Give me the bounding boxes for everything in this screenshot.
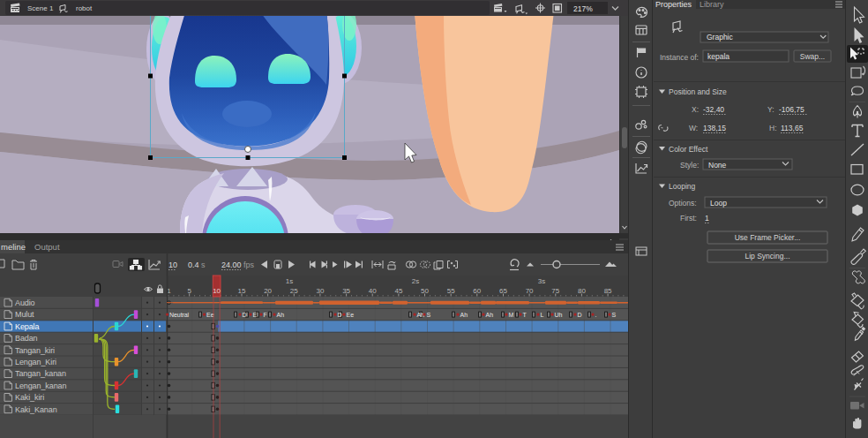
svg-text:Uh: Uh	[555, 312, 563, 318]
svg-text:F: F	[264, 312, 267, 318]
svg-text:113,65: 113,65	[781, 124, 804, 132]
svg-text:Output: Output	[34, 242, 60, 252]
svg-text:3s: 3s	[538, 277, 545, 285]
svg-text:138,15: 138,15	[703, 124, 726, 132]
svg-text:217%: 217%	[573, 4, 593, 13]
svg-text:1: 1	[705, 214, 709, 223]
svg-text:-106,75: -106,75	[779, 105, 804, 114]
svg-text:M: M	[509, 312, 514, 318]
svg-text:E: E	[253, 312, 258, 318]
svg-text:Lengan_Kiri: Lengan_Kiri	[15, 358, 56, 366]
svg-text:S: S	[427, 312, 431, 318]
svg-text:L: L	[541, 312, 544, 318]
svg-text:X:: X:	[692, 105, 699, 114]
svg-text:Mulut: Mulut	[15, 310, 34, 319]
svg-text:S: S	[612, 312, 617, 318]
svg-text:Lip Syncing...: Lip Syncing...	[745, 252, 789, 261]
svg-text:W:: W:	[689, 124, 698, 132]
svg-text:Style:: Style:	[680, 161, 699, 170]
svg-text:24.00 fps: 24.00 fps	[221, 261, 255, 269]
svg-text:Kaki_Kanan: Kaki_Kanan	[15, 405, 57, 414]
svg-text:Ah: Ah	[486, 312, 494, 318]
svg-text:Ee: Ee	[347, 312, 355, 318]
svg-text:None: None	[708, 161, 727, 170]
svg-text:10: 10	[168, 261, 177, 269]
svg-text:2s: 2s	[412, 277, 419, 285]
svg-text:1s: 1s	[286, 277, 293, 285]
svg-text:Ah: Ah	[277, 312, 285, 318]
svg-text:Tangan_kiri: Tangan_kiri	[15, 346, 55, 355]
svg-text:Looping: Looping	[669, 182, 696, 191]
svg-text:Tangan_kanan: Tangan_kanan	[15, 369, 66, 378]
svg-text:-32,40: -32,40	[703, 105, 724, 114]
svg-text:10: 10	[213, 287, 221, 295]
svg-text:Use Frame Picker...: Use Frame Picker...	[735, 233, 801, 242]
svg-text:kepala: kepala	[707, 52, 730, 61]
svg-text:Scene 1: Scene 1	[27, 4, 54, 12]
svg-text:Y:: Y:	[767, 105, 774, 114]
svg-text:Loop: Loop	[710, 199, 727, 208]
svg-text:robot: robot	[76, 4, 93, 12]
svg-text:Library: Library	[700, 0, 724, 9]
svg-text:Lengan_kanan: Lengan_kanan	[15, 381, 66, 390]
svg-text:D: D	[338, 312, 342, 318]
svg-text:meline: meline	[1, 242, 26, 252]
svg-text:Ah: Ah	[460, 312, 468, 318]
svg-text:Neutral: Neutral	[169, 312, 189, 318]
svg-text:Position and Size: Position and Size	[669, 87, 727, 96]
svg-text:Options:: Options:	[669, 199, 697, 208]
svg-text:Ee: Ee	[206, 312, 214, 318]
svg-text:Instance of:: Instance of:	[660, 53, 699, 62]
svg-text:H:: H:	[769, 124, 777, 132]
svg-text:D: D	[243, 312, 247, 318]
svg-text:0.4 s: 0.4 s	[188, 261, 206, 269]
svg-text:Kaki_kiri: Kaki_kiri	[15, 393, 44, 402]
svg-text:D: D	[578, 312, 582, 318]
svg-text:Audio: Audio	[15, 298, 35, 307]
svg-text:First:: First:	[680, 214, 697, 223]
svg-text:.: .	[595, 312, 597, 318]
svg-text:Swap...: Swap...	[800, 52, 825, 61]
svg-text:Kepala: Kepala	[15, 322, 40, 331]
svg-text:Properties: Properties	[655, 0, 692, 9]
svg-text:Badan: Badan	[15, 334, 38, 343]
svg-text:Graphic: Graphic	[707, 33, 734, 42]
svg-text:Color Effect: Color Effect	[669, 145, 708, 154]
